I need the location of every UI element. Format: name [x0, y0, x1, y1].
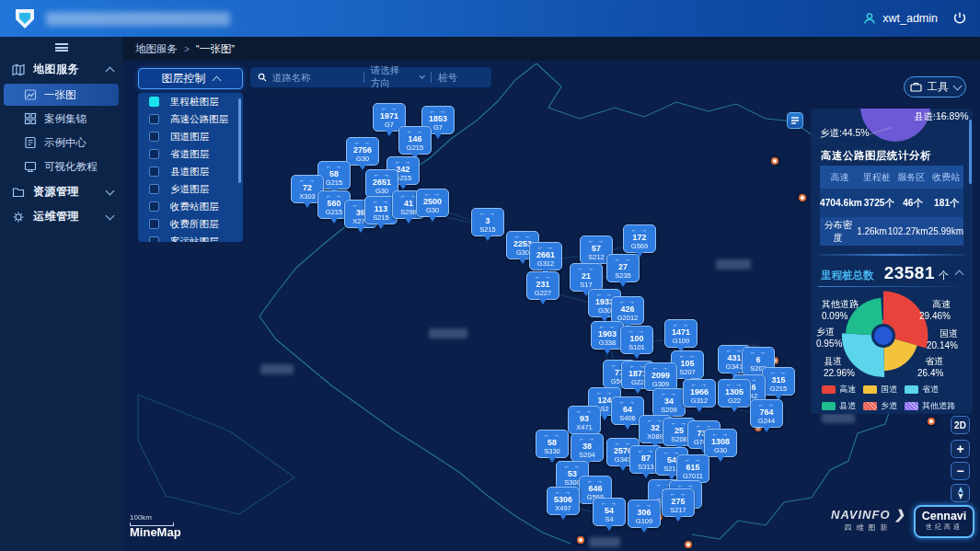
- layer-item-客运站图层[interactable]: 客运站图层: [138, 233, 243, 242]
- stats-panel-scrollbar[interactable]: [969, 120, 972, 184]
- layer-checkbox[interactable]: [149, 166, 159, 177]
- map-2d-button[interactable]: 2D: [951, 416, 970, 434]
- breadcrumb-root[interactable]: 地图服务: [135, 42, 178, 56]
- layer-item-收费所图层[interactable]: 收费所图层: [138, 215, 243, 233]
- user-menu[interactable]: xwt_admin: [863, 12, 938, 25]
- tools-button[interactable]: 工具: [904, 76, 966, 98]
- milestone-marker-S330-58[interactable]: ← →58S330: [536, 430, 569, 458]
- poi-dot[interactable]: [771, 157, 778, 165]
- milestone-marker-G309-2099[interactable]: ← →2099G309: [644, 362, 677, 391]
- milestone-marker-S209-34[interactable]: ← →34S209: [652, 388, 686, 417]
- milestone-marker-G109-306[interactable]: ← →306G109: [628, 499, 661, 528]
- milestone-marker-G227-231[interactable]: ← →231G227: [526, 271, 559, 300]
- milestone-marker-G22-1305[interactable]: ← →1305G22: [718, 379, 751, 408]
- locate-button[interactable]: [951, 484, 970, 502]
- layer-item-里程桩图层[interactable]: 里程桩图层: [138, 93, 243, 110]
- road-name-input[interactable]: [272, 72, 357, 83]
- milestone-marker-G30-2500[interactable]: ← →2500G30: [416, 189, 449, 217]
- examples-icon: [24, 136, 37, 149]
- sidebar-collapse-button[interactable]: [55, 43, 68, 52]
- rose-label-县道: 县道22.96%: [824, 355, 855, 378]
- sidebar-item-一张图[interactable]: 一张图: [4, 84, 119, 106]
- layer-checkbox[interactable]: [149, 114, 159, 124]
- milestone-marker-G7011-615[interactable]: ← →615G7011: [676, 454, 709, 483]
- layer-checkbox[interactable]: [149, 97, 159, 107]
- layer-item-收费站图层[interactable]: 收费站图层: [138, 198, 243, 215]
- collapse-chevron-icon[interactable]: [955, 270, 964, 280]
- milestone-marker-G215-146[interactable]: ← →146G215: [398, 126, 432, 155]
- zoom-in-button[interactable]: +: [951, 440, 970, 458]
- milestone-marker-G30-2756[interactable]: ← →2756G30: [346, 137, 379, 166]
- legend-item-乡道[interactable]: 乡道: [863, 400, 897, 412]
- blurred-place-label: [822, 413, 855, 423]
- map-canvas[interactable]: ← →1971G7← →1853G7← →146G215← →2756G30← …: [122, 61, 980, 551]
- milestone-marker-S215-3[interactable]: ← →3S215: [471, 208, 504, 236]
- table-cell: 25.99km: [928, 226, 963, 236]
- table-cell: 高速: [820, 171, 859, 184]
- table-cell: 收费站: [928, 171, 963, 184]
- milestone-marker-X497-5306[interactable]: ← →5306X497: [547, 487, 580, 515]
- poi-dot[interactable]: [685, 541, 692, 548]
- rose-label-国道: 国道20.14%: [927, 327, 958, 350]
- poi-dot[interactable]: [928, 418, 935, 425]
- milestone-marker-S204-38[interactable]: ← →38S204: [571, 433, 604, 462]
- milestone-marker-G109-1471[interactable]: ← →1471G109: [664, 319, 698, 348]
- legend-item-县道[interactable]: 县道: [822, 400, 856, 412]
- legend-item-高速[interactable]: 高速: [822, 384, 856, 396]
- folder-icon: [12, 186, 25, 199]
- sidebar-group-地图服务[interactable]: 地图服务: [0, 57, 122, 82]
- ops-icon: [12, 211, 25, 224]
- layer-checkbox[interactable]: [149, 132, 159, 142]
- milestone-marker-G215-315[interactable]: ← →315G215: [762, 367, 795, 396]
- milestone-marker-S4-54[interactable]: ← →54S4: [593, 498, 626, 526]
- logout-button[interactable]: [952, 11, 967, 26]
- stats-panel: 乡道:44.5% 县道:16.89% 高速公路图层统计分析 高速里程桩服务区收费…: [811, 109, 973, 414]
- chevron-down-icon: [420, 73, 425, 78]
- milestone-marker-S235-27[interactable]: ← →27S235: [606, 254, 640, 282]
- sidebar-item-案例集锦[interactable]: 案例集锦: [4, 108, 119, 130]
- layer-panel-scrollbar[interactable]: [238, 98, 241, 183]
- blurred-place-label: [589, 537, 620, 547]
- milestone-marker-G338-1903[interactable]: ← →1903G338: [591, 321, 624, 350]
- sidebar-group-资源管理[interactable]: 资源管理: [0, 179, 122, 204]
- milestone-marker-G244-764[interactable]: ← →764G244: [750, 399, 783, 428]
- milestone-marker-G312-2661[interactable]: ← →2661G312: [529, 242, 562, 270]
- milestone-marker-G312-1966[interactable]: ← →1966G312: [683, 379, 716, 408]
- user-icon: [863, 12, 876, 25]
- username: xwt_admin: [882, 12, 938, 25]
- legend-item-省道[interactable]: 省道: [905, 384, 939, 396]
- layer-item-国道图层[interactable]: 国道图层: [138, 128, 243, 145]
- poi-dot[interactable]: [799, 194, 806, 201]
- milestone-marker-S17-21[interactable]: ← →21S17: [570, 263, 603, 292]
- sidebar-item-可视化教程[interactable]: 可视化教程: [4, 155, 119, 178]
- map-scale: 100km: [130, 513, 174, 526]
- layer-checkbox[interactable]: [149, 219, 159, 229]
- milestone-marker-G569-172[interactable]: ← →172G569: [623, 224, 656, 253]
- layer-item-省道图层[interactable]: 省道图层: [138, 145, 243, 163]
- layer-checkbox[interactable]: [149, 236, 159, 242]
- layer-checkbox[interactable]: [149, 184, 159, 194]
- zoom-out-button[interactable]: −: [951, 462, 970, 480]
- layer-checkbox[interactable]: [149, 201, 159, 212]
- layer-item-高速公路图层[interactable]: 高速公路图层: [138, 110, 243, 128]
- chevron-up-icon: [212, 75, 221, 85]
- milestone-marker-S101-100[interactable]: ← →100S101: [620, 326, 653, 354]
- sidebar-item-示例中心[interactable]: 示例中心: [4, 132, 119, 154]
- milestone-marker-S217-275[interactable]: ← →275S217: [662, 488, 695, 517]
- sidebar-group-运维管理[interactable]: 运维管理: [0, 204, 122, 229]
- blurred-place-label: [716, 259, 751, 270]
- milestone-marker-G30-1308[interactable]: ← →1308G30: [704, 429, 737, 457]
- layer-item-乡道图层[interactable]: 乡道图层: [138, 180, 243, 198]
- layer-item-县道图层[interactable]: 县道图层: [138, 163, 243, 180]
- poi-dot[interactable]: [577, 536, 584, 544]
- highway-stats-title: 高速公路图层统计分析: [821, 149, 931, 163]
- direction-select[interactable]: 请选择方向: [371, 64, 425, 90]
- milestone-marker-X471-93[interactable]: ← →93X471: [568, 406, 601, 434]
- legend-item-国道[interactable]: 国道: [863, 384, 897, 396]
- legend-item-其他道路[interactable]: 其他道路: [905, 400, 955, 412]
- stats-panel-toggle-button[interactable]: [787, 112, 803, 129]
- stake-number-input[interactable]: [438, 72, 484, 83]
- layer-control-button[interactable]: 图层控制: [138, 68, 243, 89]
- navinfo-cn-text: 四维图新: [831, 522, 905, 533]
- layer-checkbox[interactable]: [149, 149, 159, 159]
